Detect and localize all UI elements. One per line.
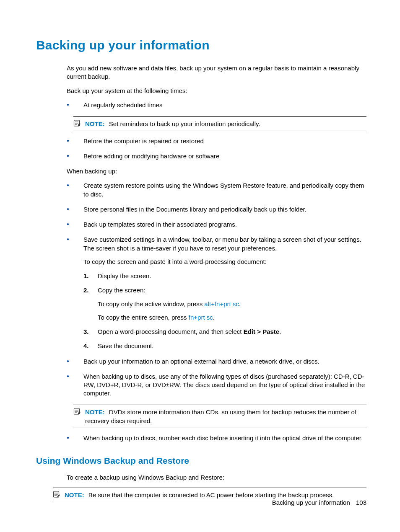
note-icon [73, 119, 81, 127]
page-footer: Backing up your information 103 [272, 498, 366, 507]
page-title: Backing up your information [36, 37, 366, 54]
step-subtext: To copy only the active window, press al… [98, 300, 366, 308]
list-item: Back up your information to an optional … [67, 357, 366, 366]
step-item: 2. Copy the screen: To copy only the act… [83, 286, 366, 322]
copy-screen-intro: To copy the screen and paste it into a w… [83, 258, 366, 266]
step-item: 4. Save the document. [83, 342, 366, 350]
list-item: Back up templates stored in their associ… [67, 220, 366, 229]
step-text: Save the document. [98, 342, 153, 349]
note-label: NOTE: [85, 120, 105, 127]
menu-path: Edit > Paste [244, 328, 279, 335]
list-item: Create system restore points using the W… [67, 181, 366, 199]
list-item: At regularly scheduled times [67, 101, 366, 109]
step-text: Display the screen. [98, 272, 151, 279]
section-intro: To create a backup using Windows Backup … [67, 473, 366, 482]
list-item: Store personal files in the Documents li… [67, 205, 366, 214]
note-icon [53, 491, 60, 498]
intro-paragraph-1: As you add new software and data files, … [67, 64, 366, 81]
text: Open a word-processing document, and the… [98, 328, 244, 335]
list-item: Save customized settings in a window, to… [67, 235, 366, 350]
backup-tips-list-cont: When backing up to discs, number each di… [67, 434, 366, 442]
list-item-text: At regularly scheduled times [83, 101, 162, 108]
note-box: NOTE: Set reminders to back up your info… [73, 116, 366, 131]
step-subtext: To copy the entire screen, press fn+prt … [98, 313, 366, 322]
text: To copy the entire screen, press [98, 314, 189, 321]
step-item: 3. Open a word-processing document, and … [83, 328, 366, 336]
note-text: Be sure that the computer is connected t… [88, 491, 334, 498]
note-text: Set reminders to back up your informatio… [109, 120, 260, 127]
step-number: 1. [83, 272, 89, 280]
list-item-text: Save customized settings in a window, to… [83, 236, 361, 251]
intro-paragraph-2: Back up your system at the following tim… [67, 87, 366, 95]
footer-text: Backing up your information [272, 499, 350, 506]
list-item: When backing up to discs, number each di… [67, 434, 366, 442]
backup-tips-list: Create system restore points using the W… [67, 181, 366, 398]
text: . [279, 328, 281, 335]
step-number: 3. [83, 328, 89, 336]
step-item: 1. Display the screen. [83, 272, 366, 280]
note-label: NOTE: [85, 408, 105, 416]
list-item: Before adding or modifying hardware or s… [67, 152, 366, 160]
note-icon [73, 408, 81, 415]
note-label: NOTE: [65, 491, 84, 498]
note-text: DVDs store more information than CDs, so… [85, 408, 356, 424]
note-box: NOTE: DVDs store more information than C… [73, 405, 366, 428]
timing-list-cont: Before the computer is repaired or resto… [67, 137, 366, 161]
list-item: Before the computer is repaired or resto… [67, 137, 366, 145]
when-backing-up: When backing up: [67, 167, 366, 176]
page-number: 103 [356, 499, 366, 506]
step-number: 2. [83, 286, 89, 294]
section-title: Using Windows Backup and Restore [36, 455, 366, 467]
copy-screen-steps: 1. Display the screen. 2. Copy the scree… [83, 272, 366, 351]
step-number: 4. [83, 342, 89, 350]
step-text: Open a word-processing document, and the… [98, 328, 281, 335]
keyboard-shortcut: alt+fn+prt sc [204, 300, 239, 307]
text: . [239, 300, 241, 307]
text: To copy only the active window, press [98, 300, 204, 307]
timing-list: At regularly scheduled times [67, 101, 366, 109]
step-text: Copy the screen: [98, 287, 145, 294]
list-item: When backing up to discs, use any of the… [67, 372, 366, 398]
text: . [213, 314, 215, 321]
keyboard-shortcut: fn+prt sc [189, 314, 213, 321]
